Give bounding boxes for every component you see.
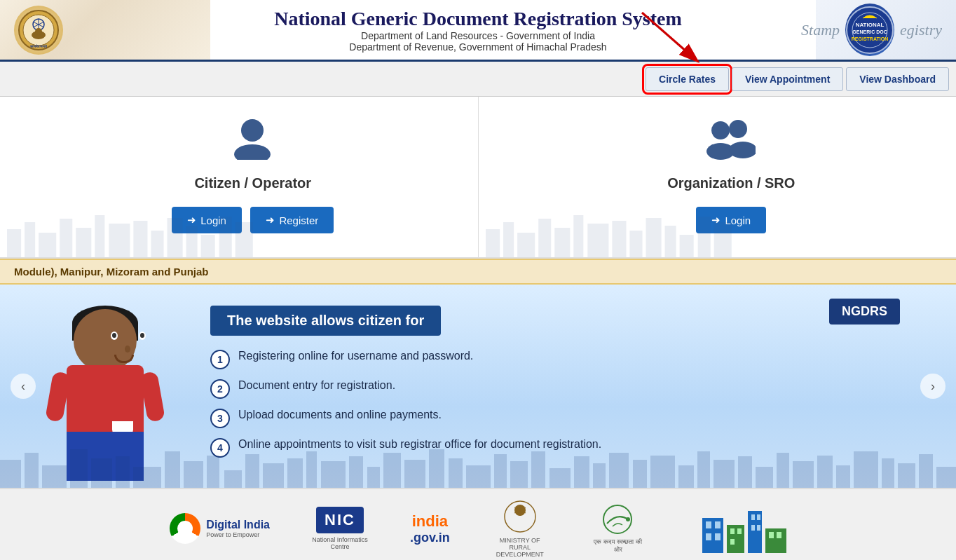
svg-rect-62 — [263, 463, 284, 488]
carousel-next-button[interactable]: › — [920, 374, 945, 399]
site-subtitle1: Department of Land Resources - Governmen… — [154, 30, 802, 41]
citizen-panel: Citizen / Operator ➜ Login ➜ Register — [0, 97, 479, 257]
footer-nic: NIC National Informatics Centre — [312, 507, 368, 550]
navbar: Circle Rates View Appointment View Dashb… — [0, 62, 956, 97]
site-subtitle2: Department of Revenue, Government of Him… — [154, 41, 802, 53]
svg-rect-82 — [678, 465, 694, 488]
char-head — [74, 309, 137, 372]
svg-rect-114 — [757, 514, 760, 520]
svg-rect-23 — [133, 221, 147, 257]
svg-rect-61 — [245, 454, 259, 488]
notice-bar: Module), Manipur, Mizoram and Punjab — [0, 259, 956, 285]
carousel-items: 1 Registering online for username and pa… — [210, 350, 900, 458]
footer-swachh-bharat: एक कदम स्वच्छता की ओर — [590, 504, 646, 554]
svg-rect-85 — [738, 456, 752, 488]
svg-rect-87 — [777, 453, 789, 488]
svg-rect-119 — [777, 532, 781, 538]
svg-rect-108 — [727, 525, 744, 553]
navbar-wrapper: Circle Rates View Appointment View Dashb… — [0, 62, 956, 97]
svg-rect-107 — [715, 533, 721, 540]
svg-rect-105 — [715, 521, 721, 528]
svg-point-48 — [729, 120, 747, 138]
svg-rect-57 — [165, 451, 180, 488]
org-panel: Organization / SRO ➜ Login — [479, 97, 957, 257]
svg-rect-17 — [25, 222, 35, 257]
svg-rect-79 — [609, 453, 629, 488]
step-2: 2 — [210, 379, 230, 399]
svg-rect-29 — [235, 222, 253, 257]
svg-rect-106 — [706, 533, 711, 540]
footer-buildings-svg — [702, 504, 786, 553]
svg-rect-59 — [207, 456, 219, 488]
notice-text: Module), Manipur, Mizoram and Punjab — [14, 266, 209, 278]
svg-rect-69 — [404, 460, 425, 488]
char-mouth — [114, 355, 134, 363]
svg-rect-115 — [751, 525, 755, 531]
svg-rect-38 — [587, 224, 608, 257]
svg-rect-72 — [466, 465, 491, 488]
carousel-title: The website allows citizen for — [210, 306, 441, 336]
citizen-panel-title: Citizen / Operator — [194, 175, 311, 191]
swachh-bharat-icon — [599, 504, 637, 535]
svg-rect-36 — [554, 228, 570, 257]
view-appointment-button[interactable]: View Appointment — [732, 67, 843, 91]
view-dashboard-button[interactable]: View Dashboard — [846, 67, 949, 91]
svg-rect-64 — [306, 451, 317, 488]
svg-rect-44 — [697, 217, 710, 257]
main-login-area: Citizen / Operator ➜ Login ➜ Register — [0, 97, 956, 259]
svg-rect-92 — [882, 458, 894, 488]
rural-dev-icon — [503, 499, 538, 534]
carousel-prev-button[interactable]: ‹ — [11, 374, 36, 399]
svg-rect-26 — [186, 226, 198, 257]
svg-rect-66 — [349, 456, 363, 488]
svg-point-46 — [711, 121, 730, 139]
svg-rect-95 — [936, 467, 956, 488]
svg-rect-84 — [713, 460, 735, 488]
char-shirt — [67, 365, 144, 435]
svg-text:सत्यमेव जयते: सत्यमेव जयते — [29, 44, 48, 48]
carousel-item-2: 2 Document entry for registration. — [210, 379, 900, 399]
svg-rect-78 — [593, 463, 606, 488]
svg-rect-71 — [449, 458, 463, 488]
svg-rect-91 — [854, 451, 878, 488]
svg-point-49 — [729, 142, 756, 158]
digital-india-inner — [177, 521, 193, 536]
svg-rect-63 — [287, 458, 303, 488]
svg-rect-52 — [42, 465, 67, 488]
ngdrs-badge: NGDRS — [829, 299, 900, 325]
step-1: 1 — [210, 350, 230, 369]
svg-rect-41 — [646, 218, 661, 257]
registry-text: egistry — [900, 21, 942, 39]
india-gov-text: india .gov.in — [410, 512, 450, 545]
svg-rect-24 — [151, 231, 163, 257]
org-users-icon — [706, 118, 756, 168]
char-eye-left — [111, 332, 118, 340]
footer-buildings — [702, 504, 786, 553]
svg-rect-89 — [817, 456, 833, 488]
svg-rect-60 — [224, 470, 242, 488]
svg-rect-25 — [168, 218, 183, 257]
svg-rect-77 — [574, 456, 589, 488]
svg-rect-110 — [737, 528, 742, 534]
svg-rect-73 — [494, 454, 507, 488]
svg-rect-83 — [697, 451, 710, 488]
svg-rect-109 — [730, 528, 735, 534]
svg-rect-16 — [7, 229, 21, 257]
svg-rect-42 — [664, 226, 676, 257]
svg-rect-53 — [70, 449, 88, 488]
svg-rect-54 — [91, 458, 112, 488]
footer-india-gov: india .gov.in — [410, 512, 450, 545]
svg-rect-28 — [219, 217, 232, 257]
svg-text:REGISTRATION: REGISTRATION — [852, 36, 888, 41]
carousel: ‹ The website allows ci — [0, 285, 956, 488]
svg-rect-90 — [836, 465, 850, 488]
circle-rates-button[interactable]: Circle Rates — [646, 67, 729, 91]
step-3: 3 — [210, 409, 230, 428]
svg-rect-68 — [383, 453, 401, 488]
site-title: National Generic Document Registration S… — [154, 8, 802, 30]
svg-rect-21 — [95, 215, 104, 257]
svg-rect-32 — [486, 229, 500, 257]
svg-rect-35 — [538, 219, 551, 257]
nic-subtitle: National Informatics Centre — [312, 536, 368, 550]
svg-rect-50 — [0, 460, 21, 488]
